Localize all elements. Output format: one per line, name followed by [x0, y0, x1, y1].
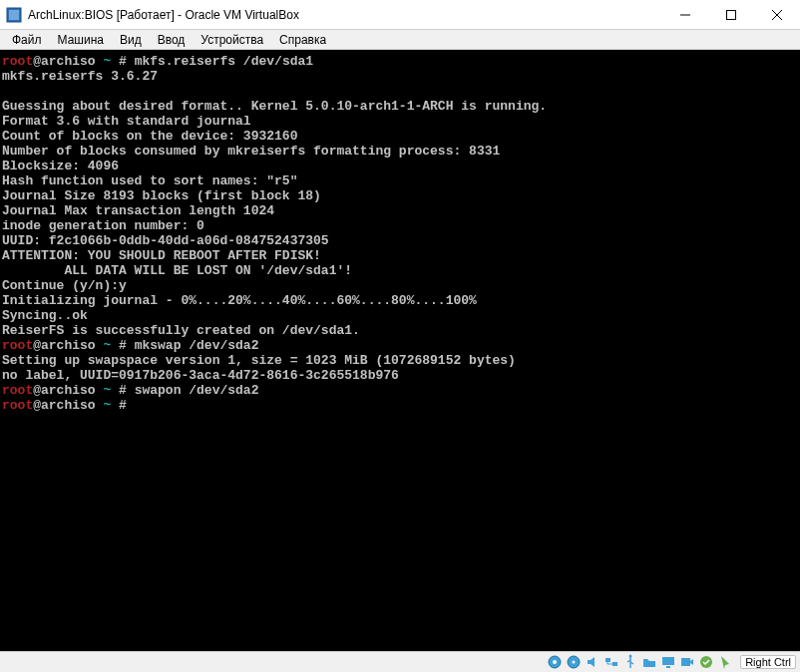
menu-file[interactable]: Файл — [4, 31, 50, 49]
statusbar: Right Ctrl — [0, 651, 800, 672]
terminal-view[interactable]: root@archiso ~ # mkfs.reiserfs /dev/sda1… — [0, 50, 800, 651]
svg-rect-13 — [662, 657, 674, 665]
close-button[interactable] — [754, 0, 800, 29]
recording-icon[interactable] — [679, 654, 695, 670]
menu-devices[interactable]: Устройства — [193, 31, 271, 49]
virtualbox-icon — [6, 7, 22, 23]
maximize-button[interactable] — [708, 0, 754, 29]
minimize-button[interactable] — [662, 0, 708, 29]
menu-machine[interactable]: Машина — [50, 31, 112, 49]
svg-rect-10 — [605, 658, 610, 662]
svg-point-7 — [553, 660, 557, 664]
network-icon[interactable] — [603, 654, 619, 670]
optical-disk-icon[interactable] — [566, 654, 582, 670]
menubar: Файл Машина Вид Ввод Устройства Справка — [0, 30, 800, 50]
svg-rect-1 — [9, 10, 19, 20]
audio-icon[interactable] — [585, 654, 600, 670]
svg-point-9 — [573, 661, 576, 664]
svg-point-12 — [629, 655, 632, 658]
menu-input[interactable]: Ввод — [150, 31, 194, 49]
display-icon[interactable] — [660, 654, 676, 670]
usb-icon[interactable] — [622, 654, 638, 670]
svg-rect-3 — [727, 10, 736, 19]
titlebar: ArchLinux:BIOS [Работает] - Oracle VM Vi… — [0, 0, 800, 30]
hard-disk-icon[interactable] — [547, 654, 563, 670]
svg-rect-14 — [666, 666, 670, 668]
window-title: ArchLinux:BIOS [Работает] - Oracle VM Vi… — [28, 8, 662, 22]
guest-additions-icon[interactable] — [698, 654, 714, 670]
menu-help[interactable]: Справка — [271, 31, 334, 49]
menu-view[interactable]: Вид — [112, 31, 150, 49]
mouse-integration-icon[interactable] — [717, 654, 733, 670]
shared-folders-icon[interactable] — [641, 654, 657, 670]
window-controls — [662, 0, 800, 29]
host-key-indicator[interactable]: Right Ctrl — [740, 655, 796, 669]
svg-rect-15 — [681, 658, 690, 666]
